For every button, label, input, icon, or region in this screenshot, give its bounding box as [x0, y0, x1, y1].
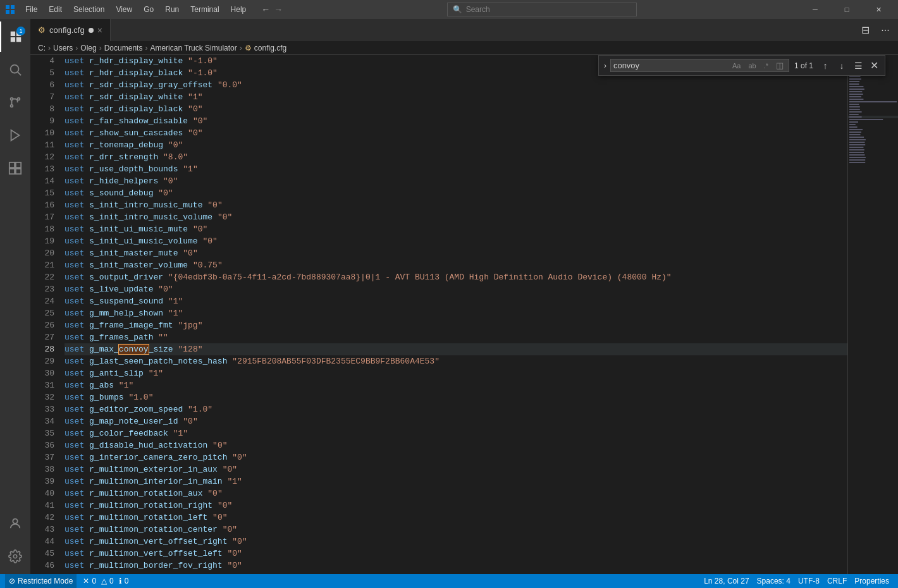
language-mode[interactable]: Properties	[851, 574, 893, 588]
find-close-button[interactable]: ✕	[868, 58, 881, 73]
nav-back-button[interactable]: ←	[261, 4, 270, 15]
tab-close-button[interactable]: ×	[97, 25, 102, 35]
errors-indicator[interactable]: ✕ 0 △ 0 ℹ 0	[79, 574, 132, 588]
editor-tab-config-cfg[interactable]: ⚙ config.cfg ×	[30, 19, 111, 41]
line-number-10: 10	[30, 127, 54, 139]
info-count: 0	[125, 577, 129, 585]
close-button[interactable]: ✕	[864, 0, 893, 19]
activity-extensions[interactable]	[0, 153, 30, 183]
breadcrumb-part-users[interactable]: Users	[53, 44, 73, 52]
split-editor-button[interactable]: ⊟	[856, 21, 874, 39]
status-bar-left: ⊘ Restricted Mode ✕ 0 △ 0 ℹ 0	[5, 574, 132, 588]
find-next-button[interactable]: ↓	[835, 59, 849, 73]
search-input-container: 🔍 Search	[447, 3, 637, 16]
find-expand-button[interactable]: ›	[603, 60, 608, 71]
editor-area: ⚙ config.cfg × ⊟ ··· C: › Users › Oleg ›…	[30, 19, 898, 574]
line-number-22: 22	[30, 271, 54, 283]
line-number-19: 19	[30, 235, 54, 247]
code-editor[interactable]: uset r_hdr_display_white "-1.0"uset r_hd…	[62, 55, 847, 574]
line-ending[interactable]: CRLF	[823, 574, 851, 588]
menu-edit[interactable]: Edit	[44, 4, 67, 15]
tab-filename: config.cfg	[49, 25, 85, 35]
line-number-18: 18	[30, 223, 54, 235]
line-number-46: 46	[30, 560, 54, 572]
code-line-28: uset g_max_convoy_size "128"	[65, 343, 847, 355]
restricted-mode-indicator[interactable]: ⊘ Restricted Mode	[5, 574, 77, 588]
code-line-21: uset s_init_master_volume "0.75"	[65, 259, 847, 271]
code-line-45: uset r_multimon_vert_offset_left "0"	[65, 548, 847, 560]
main-layout: 1 ⚙ config.cfg	[0, 19, 898, 574]
code-line-24: uset s_suspend_sound "1"	[65, 295, 847, 307]
code-line-10: uset r_show_sun_cascades "0"	[65, 127, 847, 139]
svg-rect-3	[11, 10, 15, 14]
warning-count: 0	[109, 577, 114, 585]
find-whole-word-button[interactable]: ab	[746, 61, 758, 71]
find-input[interactable]	[613, 61, 727, 70]
activity-explorer[interactable]: 1	[0, 21, 30, 52]
menu-bar: File Edit Selection View Go Run Terminal…	[20, 4, 251, 15]
svg-marker-9	[11, 130, 20, 141]
code-line-8: uset r_sdr_display_black "0"	[65, 103, 847, 115]
breadcrumb-part-drive[interactable]: C:	[38, 44, 46, 52]
activity-settings[interactable]	[0, 541, 30, 572]
activity-source-control[interactable]	[0, 87, 30, 118]
tab-modified-dot	[89, 28, 94, 33]
app-icon	[5, 4, 15, 15]
code-line-19: uset s_init_ui_music_volume "0"	[65, 235, 847, 247]
breadcrumb-sep-0: ›	[48, 44, 51, 52]
minimap	[847, 55, 898, 574]
find-toggle-button[interactable]: ☰	[851, 59, 865, 73]
window-controls: ─ □ ✕	[801, 0, 893, 19]
code-line-29: uset g_last_seen_patch_notes_hash "2915F…	[65, 355, 847, 367]
restore-button[interactable]: □	[832, 0, 861, 19]
line-number-31: 31	[30, 379, 54, 391]
menu-terminal[interactable]: Terminal	[185, 4, 224, 15]
code-line-23: uset s_live_update "0"	[65, 283, 847, 295]
svg-point-7	[18, 98, 20, 101]
menu-selection[interactable]: Selection	[68, 4, 109, 15]
activity-run-debug[interactable]	[0, 120, 30, 150]
cursor-position[interactable]: Ln 28, Col 27	[700, 574, 753, 588]
line-number-41: 41	[30, 499, 54, 511]
nav-forward-button[interactable]: →	[274, 4, 283, 15]
breadcrumb-part-file[interactable]: config.cfg	[254, 44, 286, 52]
menu-help[interactable]: Help	[226, 4, 252, 15]
minimize-button[interactable]: ─	[801, 0, 830, 19]
code-line-25: uset g_mm_help_shown "1"	[65, 307, 847, 319]
breadcrumb-part-documents[interactable]: Documents	[104, 44, 143, 52]
menu-go[interactable]: Go	[138, 4, 159, 15]
find-selection-button[interactable]: ◫	[773, 59, 786, 71]
line-number-4: 4	[30, 55, 54, 67]
find-match-case-button[interactable]: Aa	[730, 61, 743, 71]
code-container[interactable]: 4567891011121314151617181920212223242526…	[30, 55, 847, 574]
menu-file[interactable]: File	[20, 4, 42, 15]
breadcrumb-part-oleg[interactable]: Oleg	[80, 44, 96, 52]
line-number-28: 28	[30, 343, 54, 355]
svg-point-4	[11, 65, 19, 73]
code-line-7: uset r_sdr_display_white "1"	[65, 91, 847, 103]
code-line-16: uset s_init_intro_music_mute "0"	[65, 199, 847, 211]
code-line-31: uset g_abs "1"	[65, 379, 847, 391]
code-line-15: uset s_sound_debug "0"	[65, 187, 847, 199]
activity-accounts[interactable]	[0, 508, 30, 539]
svg-rect-12	[9, 169, 15, 174]
explorer-badge: 1	[16, 27, 25, 35]
tab-more-button[interactable]: ···	[876, 21, 894, 39]
menu-view[interactable]: View	[111, 4, 137, 15]
menu-run[interactable]: Run	[160, 4, 184, 15]
breadcrumb-part-game[interactable]: American Truck Simulator	[150, 44, 237, 52]
line-number-39: 39	[30, 475, 54, 487]
line-number-30: 30	[30, 367, 54, 379]
find-regex-button[interactable]: .*	[761, 61, 771, 71]
code-line-6: uset r_sdr_display_gray_offset "0.0"	[65, 79, 847, 91]
encoding[interactable]: UTF-8	[794, 574, 823, 588]
tab-bar: ⚙ config.cfg × ⊟ ···	[30, 19, 898, 41]
code-line-12: uset r_drr_strength "8.0"	[65, 151, 847, 163]
code-line-38: uset r_multimon_exterior_in_aux "0"	[65, 463, 847, 475]
line-number-37: 37	[30, 451, 54, 463]
find-prev-button[interactable]: ↑	[818, 59, 832, 73]
indentation[interactable]: Spaces: 4	[753, 574, 794, 588]
activity-search[interactable]	[0, 54, 30, 85]
svg-rect-1	[11, 5, 15, 9]
svg-rect-13	[16, 169, 21, 174]
